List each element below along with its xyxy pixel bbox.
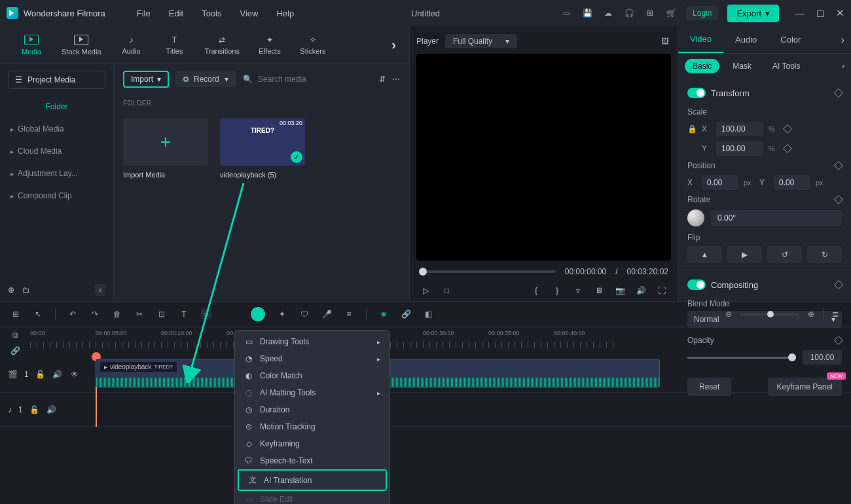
rotate-cw-button[interactable]: ↻ [807,246,842,263]
tab-video[interactable]: Video [678,26,723,53]
mute-track-icon[interactable]: 🔊 [46,405,57,415]
rotate-knob[interactable] [687,209,704,226]
sidebar-item-compound[interactable]: Compound Clip [0,185,113,207]
scrubber-handle[interactable] [419,268,427,276]
login-button[interactable]: Login [686,6,718,20]
cloud-icon[interactable]: ☁ [602,7,614,19]
mark-out-button[interactable]: } [552,285,562,296]
keyframe-icon[interactable] [834,161,843,170]
keyframe-icon[interactable] [834,88,843,98]
video-viewport[interactable] [416,54,671,261]
tab-color[interactable]: Color [769,27,812,52]
visibility-icon[interactable]: 👁 [69,369,80,380]
scale-x-input[interactable] [716,122,763,136]
tab-audio-inspector[interactable]: Audio [723,27,769,52]
grid-icon[interactable]: ⊞ [10,309,21,319]
ctx-speech-to-text[interactable]: 🗩Speech-to-Text [235,452,389,469]
close-button[interactable]: ✕ [836,7,844,19]
ctx-drawing-tools[interactable]: ▭Drawing Tools▸ [235,333,389,350]
crop-icon[interactable]: ⊡ [156,309,167,319]
tab-transitions[interactable]: ⇄Transitions [200,34,245,56]
marker-dropdown[interactable]: ▿ [573,285,583,296]
redo-icon[interactable]: ↷ [90,309,100,319]
more-tabs-icon[interactable]: › [835,34,851,46]
menu-tools[interactable]: Tools [202,9,221,18]
mute-track-icon[interactable]: 🔊 [52,369,63,380]
menu-file[interactable]: File [137,9,151,18]
cut-icon[interactable]: ✂ [134,309,145,319]
quality-dropdown[interactable]: Full Quality▾ [445,34,517,48]
subtab-basic[interactable]: Basic [685,59,719,73]
ctx-motion-tracking[interactable]: ⊙Motion Tracking [235,418,389,435]
more-tools-icon[interactable]: » [201,309,211,319]
headset-icon[interactable]: 🎧 [623,7,635,19]
pos-x-input[interactable] [702,175,738,190]
maximize-button[interactable]: ◻ [816,7,824,19]
menu-edit[interactable]: Edit [169,9,183,18]
track-layers-icon[interactable]: ⧉ [10,330,20,340]
search-input[interactable] [258,75,356,84]
more-icon[interactable]: ⋯ [392,75,400,84]
pos-y-input[interactable] [774,175,810,190]
zoom-slider[interactable] [740,314,799,315]
ctx-color-match[interactable]: ◐Color Match [235,367,389,384]
compositing-toggle[interactable] [687,279,706,290]
stop-button[interactable]: □ [441,285,452,296]
mark-in-button[interactable]: { [531,285,541,296]
mic-icon[interactable]: 🎤 [321,309,332,319]
filter-icon[interactable]: ⇵ [379,75,386,84]
tab-effects[interactable]: ✦Effects [251,34,288,56]
scrubber-track[interactable] [419,270,556,273]
subtab-mask[interactable]: Mask [725,59,759,73]
flip-h-button[interactable]: ▲ [687,246,722,263]
text-icon[interactable]: T [179,309,189,319]
import-button[interactable]: Import▾ [123,71,169,88]
subtab-ai-tools[interactable]: AI Tools [765,59,808,73]
tab-stickers[interactable]: ✧Stickers [295,34,331,56]
list-icon[interactable]: ≡ [344,309,354,319]
keyframe-icon[interactable] [783,124,792,134]
record-button[interactable]: Record▾ [175,71,236,87]
undo-icon[interactable]: ↶ [67,309,78,319]
ctx-duration[interactable]: ◷Duration [235,401,389,418]
snapshot-icon[interactable]: 🖼 [659,35,671,47]
tab-audio[interactable]: ♪Audio [113,34,150,56]
folder-add-icon[interactable]: ⊕ [8,285,14,295]
scale-y-input[interactable] [716,141,763,156]
folder-icon[interactable]: 🗀 [22,285,30,295]
keyframe-icon[interactable] [834,195,843,204]
lock-track-icon[interactable]: 🔓 [35,369,46,380]
menu-view[interactable]: View [240,9,258,18]
tab-stock-media[interactable]: Stock Media [56,33,107,57]
tab-media[interactable]: Media [13,33,50,57]
transform-toggle[interactable] [687,88,706,98]
save-icon[interactable]: 💾 [581,7,593,19]
device-icon[interactable]: ▭ [560,7,572,19]
keyframe-icon[interactable] [834,280,843,289]
tab-titles[interactable]: TTitles [156,34,193,56]
minimize-button[interactable]: — [795,7,805,19]
fullscreen-icon[interactable]: ⛶ [657,285,667,296]
snap-icon[interactable]: ⋇ [378,309,389,319]
lock-track-icon[interactable]: 🔓 [29,405,40,415]
zoom-in-icon[interactable]: ⊕ [806,309,816,319]
sidebar-item-cloud[interactable]: Cloud Media [0,140,113,162]
ctx-ai-translation[interactable]: 文AI Translation [238,469,387,491]
ctx-ai-matting[interactable]: ◌AI Matting Tools▸ [235,384,389,401]
lock-icon[interactable]: 🔒 [687,124,697,134]
cart-icon[interactable]: 🛒 [665,7,677,19]
pointer-icon[interactable]: ↖ [33,309,43,319]
rotate-input[interactable]: 0.00° [711,210,842,226]
folder-tab[interactable]: Folder [0,96,113,118]
delete-icon[interactable]: 🗑 [112,309,122,319]
keyframe-icon[interactable] [783,144,792,153]
zoom-out-icon[interactable]: ⊖ [723,309,734,319]
ai-icon[interactable] [251,307,265,321]
display-icon[interactable]: 🖥 [594,285,604,296]
ctx-speed[interactable]: ◔Speed▸ [235,350,389,367]
track-link-icon[interactable]: 🔗 [10,346,20,356]
link-icon[interactable]: 🔗 [401,309,411,319]
flip-v-button[interactable]: ▶ [727,246,762,263]
chevron-right-icon[interactable]: › [842,62,844,71]
rotate-ccw-button[interactable]: ↺ [767,246,802,263]
